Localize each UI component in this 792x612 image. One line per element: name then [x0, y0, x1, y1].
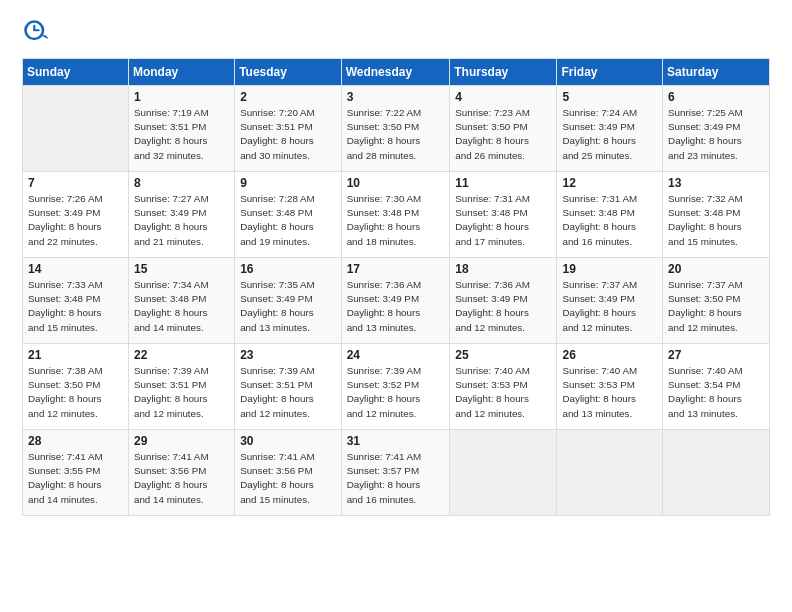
calendar-cell: 13Sunrise: 7:32 AMSunset: 3:48 PMDayligh… [663, 172, 770, 258]
day-number: 19 [562, 262, 657, 276]
calendar-cell: 9Sunrise: 7:28 AMSunset: 3:48 PMDaylight… [235, 172, 341, 258]
day-info: Sunrise: 7:41 AMSunset: 3:56 PMDaylight:… [240, 450, 335, 507]
calendar-cell: 11Sunrise: 7:31 AMSunset: 3:48 PMDayligh… [450, 172, 557, 258]
calendar-week-row: 7Sunrise: 7:26 AMSunset: 3:49 PMDaylight… [23, 172, 770, 258]
col-header-friday: Friday [557, 59, 663, 86]
day-number: 29 [134, 434, 229, 448]
day-info: Sunrise: 7:22 AMSunset: 3:50 PMDaylight:… [347, 106, 445, 163]
col-header-tuesday: Tuesday [235, 59, 341, 86]
day-info: Sunrise: 7:19 AMSunset: 3:51 PMDaylight:… [134, 106, 229, 163]
day-info: Sunrise: 7:40 AMSunset: 3:54 PMDaylight:… [668, 364, 764, 421]
calendar-cell: 5Sunrise: 7:24 AMSunset: 3:49 PMDaylight… [557, 86, 663, 172]
day-info: Sunrise: 7:41 AMSunset: 3:55 PMDaylight:… [28, 450, 123, 507]
day-info: Sunrise: 7:38 AMSunset: 3:50 PMDaylight:… [28, 364, 123, 421]
day-info: Sunrise: 7:20 AMSunset: 3:51 PMDaylight:… [240, 106, 335, 163]
calendar-cell: 24Sunrise: 7:39 AMSunset: 3:52 PMDayligh… [341, 344, 450, 430]
calendar-cell: 10Sunrise: 7:30 AMSunset: 3:48 PMDayligh… [341, 172, 450, 258]
day-number: 11 [455, 176, 551, 190]
day-info: Sunrise: 7:40 AMSunset: 3:53 PMDaylight:… [562, 364, 657, 421]
calendar-cell: 27Sunrise: 7:40 AMSunset: 3:54 PMDayligh… [663, 344, 770, 430]
day-info: Sunrise: 7:35 AMSunset: 3:49 PMDaylight:… [240, 278, 335, 335]
calendar-cell: 30Sunrise: 7:41 AMSunset: 3:56 PMDayligh… [235, 430, 341, 516]
calendar-cell: 12Sunrise: 7:31 AMSunset: 3:48 PMDayligh… [557, 172, 663, 258]
calendar-table: SundayMondayTuesdayWednesdayThursdayFrid… [22, 58, 770, 516]
day-number: 18 [455, 262, 551, 276]
day-number: 12 [562, 176, 657, 190]
day-info: Sunrise: 7:40 AMSunset: 3:53 PMDaylight:… [455, 364, 551, 421]
day-info: Sunrise: 7:36 AMSunset: 3:49 PMDaylight:… [347, 278, 445, 335]
day-number: 7 [28, 176, 123, 190]
calendar-cell: 25Sunrise: 7:40 AMSunset: 3:53 PMDayligh… [450, 344, 557, 430]
day-info: Sunrise: 7:34 AMSunset: 3:48 PMDaylight:… [134, 278, 229, 335]
day-number: 27 [668, 348, 764, 362]
day-info: Sunrise: 7:33 AMSunset: 3:48 PMDaylight:… [28, 278, 123, 335]
day-info: Sunrise: 7:28 AMSunset: 3:48 PMDaylight:… [240, 192, 335, 249]
calendar-cell: 4Sunrise: 7:23 AMSunset: 3:50 PMDaylight… [450, 86, 557, 172]
day-info: Sunrise: 7:37 AMSunset: 3:49 PMDaylight:… [562, 278, 657, 335]
day-info: Sunrise: 7:31 AMSunset: 3:48 PMDaylight:… [455, 192, 551, 249]
calendar-cell: 16Sunrise: 7:35 AMSunset: 3:49 PMDayligh… [235, 258, 341, 344]
day-number: 26 [562, 348, 657, 362]
day-info: Sunrise: 7:31 AMSunset: 3:48 PMDaylight:… [562, 192, 657, 249]
day-number: 30 [240, 434, 335, 448]
calendar-cell: 28Sunrise: 7:41 AMSunset: 3:55 PMDayligh… [23, 430, 129, 516]
calendar-cell: 31Sunrise: 7:41 AMSunset: 3:57 PMDayligh… [341, 430, 450, 516]
calendar-cell: 1Sunrise: 7:19 AMSunset: 3:51 PMDaylight… [128, 86, 234, 172]
calendar-cell [23, 86, 129, 172]
day-info: Sunrise: 7:36 AMSunset: 3:49 PMDaylight:… [455, 278, 551, 335]
day-number: 21 [28, 348, 123, 362]
calendar-cell: 21Sunrise: 7:38 AMSunset: 3:50 PMDayligh… [23, 344, 129, 430]
day-info: Sunrise: 7:23 AMSunset: 3:50 PMDaylight:… [455, 106, 551, 163]
day-number: 10 [347, 176, 445, 190]
calendar-cell [663, 430, 770, 516]
day-number: 22 [134, 348, 229, 362]
calendar-cell: 20Sunrise: 7:37 AMSunset: 3:50 PMDayligh… [663, 258, 770, 344]
day-info: Sunrise: 7:41 AMSunset: 3:56 PMDaylight:… [134, 450, 229, 507]
day-number: 24 [347, 348, 445, 362]
day-info: Sunrise: 7:39 AMSunset: 3:51 PMDaylight:… [134, 364, 229, 421]
col-header-wednesday: Wednesday [341, 59, 450, 86]
day-info: Sunrise: 7:30 AMSunset: 3:48 PMDaylight:… [347, 192, 445, 249]
day-number: 9 [240, 176, 335, 190]
col-header-saturday: Saturday [663, 59, 770, 86]
calendar-cell: 8Sunrise: 7:27 AMSunset: 3:49 PMDaylight… [128, 172, 234, 258]
logo [22, 18, 54, 46]
day-number: 25 [455, 348, 551, 362]
day-number: 1 [134, 90, 229, 104]
calendar-cell: 17Sunrise: 7:36 AMSunset: 3:49 PMDayligh… [341, 258, 450, 344]
logo-icon [22, 18, 50, 46]
calendar-cell: 18Sunrise: 7:36 AMSunset: 3:49 PMDayligh… [450, 258, 557, 344]
day-number: 5 [562, 90, 657, 104]
day-number: 4 [455, 90, 551, 104]
day-info: Sunrise: 7:41 AMSunset: 3:57 PMDaylight:… [347, 450, 445, 507]
calendar-cell: 26Sunrise: 7:40 AMSunset: 3:53 PMDayligh… [557, 344, 663, 430]
calendar-cell [450, 430, 557, 516]
page-header [22, 18, 770, 46]
day-info: Sunrise: 7:27 AMSunset: 3:49 PMDaylight:… [134, 192, 229, 249]
day-number: 6 [668, 90, 764, 104]
day-number: 23 [240, 348, 335, 362]
day-number: 2 [240, 90, 335, 104]
day-number: 15 [134, 262, 229, 276]
calendar-cell: 6Sunrise: 7:25 AMSunset: 3:49 PMDaylight… [663, 86, 770, 172]
calendar-cell: 15Sunrise: 7:34 AMSunset: 3:48 PMDayligh… [128, 258, 234, 344]
calendar-week-row: 21Sunrise: 7:38 AMSunset: 3:50 PMDayligh… [23, 344, 770, 430]
day-info: Sunrise: 7:24 AMSunset: 3:49 PMDaylight:… [562, 106, 657, 163]
day-number: 28 [28, 434, 123, 448]
day-info: Sunrise: 7:26 AMSunset: 3:49 PMDaylight:… [28, 192, 123, 249]
calendar-week-row: 28Sunrise: 7:41 AMSunset: 3:55 PMDayligh… [23, 430, 770, 516]
calendar-header-row: SundayMondayTuesdayWednesdayThursdayFrid… [23, 59, 770, 86]
calendar-cell: 14Sunrise: 7:33 AMSunset: 3:48 PMDayligh… [23, 258, 129, 344]
day-number: 13 [668, 176, 764, 190]
col-header-monday: Monday [128, 59, 234, 86]
calendar-cell: 3Sunrise: 7:22 AMSunset: 3:50 PMDaylight… [341, 86, 450, 172]
calendar-cell: 7Sunrise: 7:26 AMSunset: 3:49 PMDaylight… [23, 172, 129, 258]
calendar-cell: 22Sunrise: 7:39 AMSunset: 3:51 PMDayligh… [128, 344, 234, 430]
calendar-cell: 23Sunrise: 7:39 AMSunset: 3:51 PMDayligh… [235, 344, 341, 430]
calendar-cell: 19Sunrise: 7:37 AMSunset: 3:49 PMDayligh… [557, 258, 663, 344]
day-info: Sunrise: 7:37 AMSunset: 3:50 PMDaylight:… [668, 278, 764, 335]
day-number: 31 [347, 434, 445, 448]
day-info: Sunrise: 7:32 AMSunset: 3:48 PMDaylight:… [668, 192, 764, 249]
day-info: Sunrise: 7:25 AMSunset: 3:49 PMDaylight:… [668, 106, 764, 163]
calendar-cell [557, 430, 663, 516]
